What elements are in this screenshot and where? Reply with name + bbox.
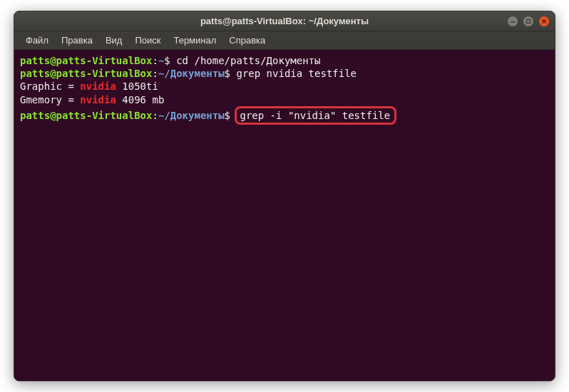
prompt-path: ~/Документы	[158, 68, 225, 79]
close-icon	[541, 19, 547, 24]
prompt-user: patts@patts-VirtualBox	[20, 55, 152, 66]
terminal-line: patts@patts-VirtualBox:~/Документы$ grep…	[20, 67, 549, 80]
highlight-annotation: grep -i "nvidia" testfile	[235, 106, 396, 125]
output-pre: Gmemory =	[20, 94, 80, 105]
minimize-icon	[510, 19, 516, 24]
minimize-button[interactable]	[508, 16, 518, 26]
prompt-sep: $	[164, 55, 176, 66]
terminal-line: patts@patts-VirtualBox:~$ cd /home/patts…	[20, 54, 549, 67]
output-post: 1050ti	[116, 81, 158, 92]
terminal-window: patts@patts-VirtualBox: ~/Документы Файл…	[14, 11, 555, 381]
command-text: grep nvidia testfile	[236, 68, 357, 79]
window-controls	[508, 16, 549, 26]
output-pre: Graphic =	[20, 81, 80, 92]
terminal-line: patts@patts-VirtualBox:~/Документы$ grep…	[20, 106, 549, 125]
prompt-user: patts@patts-VirtualBox	[20, 68, 152, 79]
output-post: 4096 mb	[116, 94, 164, 105]
prompt-path: ~/Документы	[158, 110, 225, 121]
menu-edit[interactable]: Правка	[56, 33, 98, 48]
prompt-sep: $	[225, 68, 237, 79]
window-title: patts@patts-VirtualBox: ~/Документы	[14, 16, 555, 26]
prompt-colon: :	[152, 55, 158, 66]
menu-file[interactable]: Файл	[20, 33, 54, 48]
maximize-button[interactable]	[523, 16, 533, 26]
menu-view[interactable]: Вид	[100, 33, 128, 48]
terminal-line: Graphic = nvidia 1050ti	[20, 80, 549, 93]
prompt-colon: :	[152, 68, 158, 79]
prompt-user: patts@patts-VirtualBox	[20, 110, 152, 121]
close-button[interactable]	[539, 16, 549, 26]
terminal-body[interactable]: patts@patts-VirtualBox:~$ cd /home/patts…	[14, 50, 555, 381]
menu-terminal[interactable]: Терминал	[168, 33, 222, 48]
prompt-colon: :	[152, 110, 158, 121]
menu-search[interactable]: Поиск	[129, 33, 166, 48]
terminal-line: Gmemory = nvidia 4096 mb	[20, 93, 549, 106]
command-text: cd /home/patts/Документы	[176, 55, 320, 66]
maximize-icon	[526, 19, 531, 24]
command-text: grep -i "nvidia" testfile	[240, 110, 390, 121]
svg-rect-1	[527, 19, 530, 23]
titlebar: patts@patts-VirtualBox: ~/Документы	[14, 11, 555, 31]
grep-match: nvidia	[80, 81, 116, 92]
grep-match: nvidia	[80, 94, 116, 105]
menubar: Файл Правка Вид Поиск Терминал Справка	[14, 31, 555, 50]
menu-help[interactable]: Справка	[223, 33, 271, 48]
